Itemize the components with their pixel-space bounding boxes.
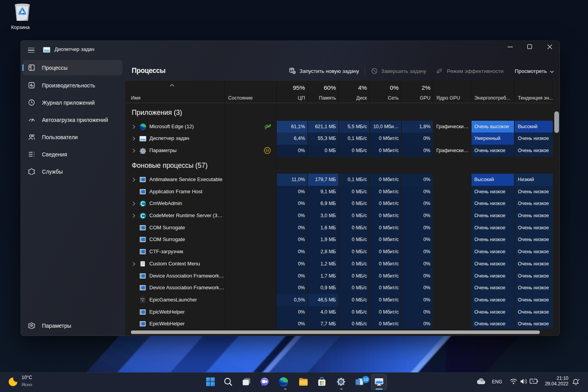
svg-text:10: 10 bbox=[363, 377, 368, 382]
svg-text:z: z bbox=[578, 378, 580, 381]
